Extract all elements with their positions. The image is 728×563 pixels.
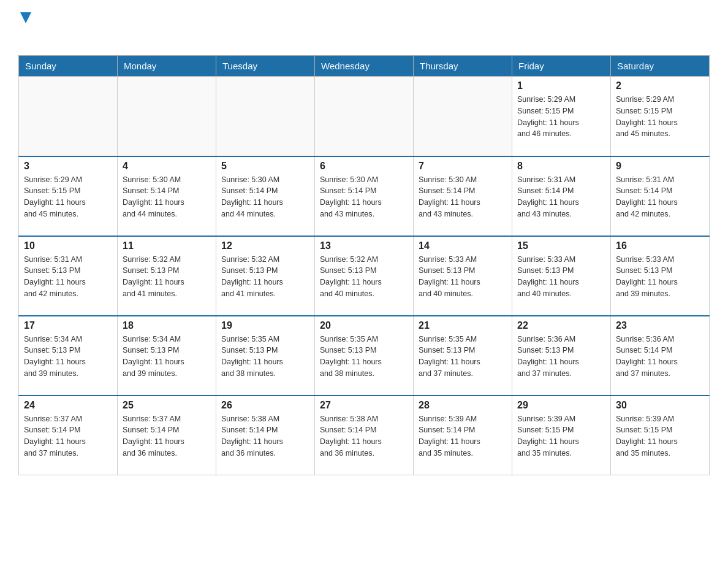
day-number: 20 bbox=[320, 320, 408, 331]
weekday-header-tuesday: Tuesday bbox=[216, 56, 315, 77]
day-number: 6 bbox=[320, 161, 408, 172]
calendar-cell: 21Sunrise: 5:35 AM Sunset: 5:13 PM Dayli… bbox=[414, 316, 512, 396]
day-info: Sunrise: 5:30 AM Sunset: 5:14 PM Dayligh… bbox=[320, 174, 408, 220]
day-number: 28 bbox=[419, 400, 507, 411]
calendar-week-row: 3Sunrise: 5:29 AM Sunset: 5:15 PM Daylig… bbox=[19, 156, 710, 236]
day-number: 4 bbox=[123, 161, 211, 172]
day-info: Sunrise: 5:30 AM Sunset: 5:14 PM Dayligh… bbox=[419, 174, 507, 220]
calendar-week-row: 17Sunrise: 5:34 AM Sunset: 5:13 PM Dayli… bbox=[19, 316, 710, 396]
day-info: Sunrise: 5:38 AM Sunset: 5:14 PM Dayligh… bbox=[221, 413, 309, 459]
day-info: Sunrise: 5:30 AM Sunset: 5:14 PM Dayligh… bbox=[123, 174, 211, 220]
calendar-cell bbox=[315, 77, 414, 156]
day-number: 9 bbox=[616, 161, 704, 172]
calendar-cell: 13Sunrise: 5:32 AM Sunset: 5:13 PM Dayli… bbox=[315, 236, 414, 316]
day-info: Sunrise: 5:35 AM Sunset: 5:13 PM Dayligh… bbox=[320, 334, 408, 380]
calendar-cell: 7Sunrise: 5:30 AM Sunset: 5:14 PM Daylig… bbox=[414, 156, 512, 236]
day-number: 23 bbox=[616, 320, 704, 331]
calendar-cell: 30Sunrise: 5:39 AM Sunset: 5:15 PM Dayli… bbox=[611, 396, 710, 475]
day-number: 21 bbox=[419, 320, 507, 331]
day-number: 15 bbox=[517, 240, 605, 251]
day-number: 11 bbox=[123, 240, 211, 251]
day-number: 17 bbox=[24, 320, 112, 331]
calendar-cell: 5Sunrise: 5:30 AM Sunset: 5:14 PM Daylig… bbox=[216, 156, 315, 236]
calendar-week-row: 24Sunrise: 5:37 AM Sunset: 5:14 PM Dayli… bbox=[19, 396, 710, 475]
calendar-cell: 14Sunrise: 5:33 AM Sunset: 5:13 PM Dayli… bbox=[414, 236, 512, 316]
day-info: Sunrise: 5:39 AM Sunset: 5:15 PM Dayligh… bbox=[517, 413, 605, 459]
calendar-cell bbox=[118, 77, 216, 156]
calendar-week-row: 10Sunrise: 5:31 AM Sunset: 5:13 PM Dayli… bbox=[19, 236, 710, 316]
calendar-cell: 29Sunrise: 5:39 AM Sunset: 5:15 PM Dayli… bbox=[512, 396, 611, 475]
day-number: 2 bbox=[616, 80, 704, 91]
day-number: 7 bbox=[419, 161, 507, 172]
day-info: Sunrise: 5:31 AM Sunset: 5:13 PM Dayligh… bbox=[24, 254, 112, 300]
day-number: 26 bbox=[221, 400, 309, 411]
day-number: 25 bbox=[123, 400, 211, 411]
day-info: Sunrise: 5:32 AM Sunset: 5:13 PM Dayligh… bbox=[123, 254, 211, 300]
day-info: Sunrise: 5:29 AM Sunset: 5:15 PM Dayligh… bbox=[616, 94, 704, 140]
calendar-cell bbox=[414, 77, 512, 156]
day-number: 13 bbox=[320, 240, 408, 251]
day-number: 1 bbox=[517, 80, 605, 91]
calendar-cell: 18Sunrise: 5:34 AM Sunset: 5:13 PM Dayli… bbox=[118, 316, 216, 396]
day-info: Sunrise: 5:36 AM Sunset: 5:14 PM Dayligh… bbox=[616, 334, 704, 380]
calendar-cell: 3Sunrise: 5:29 AM Sunset: 5:15 PM Daylig… bbox=[19, 156, 118, 236]
calendar-cell: 26Sunrise: 5:38 AM Sunset: 5:14 PM Dayli… bbox=[216, 396, 315, 475]
calendar-cell: 12Sunrise: 5:32 AM Sunset: 5:13 PM Dayli… bbox=[216, 236, 315, 316]
calendar-cell: 28Sunrise: 5:39 AM Sunset: 5:14 PM Dayli… bbox=[414, 396, 512, 475]
day-number: 30 bbox=[616, 400, 704, 411]
day-info: Sunrise: 5:30 AM Sunset: 5:14 PM Dayligh… bbox=[221, 174, 309, 220]
day-number: 24 bbox=[24, 400, 112, 411]
calendar-cell: 27Sunrise: 5:38 AM Sunset: 5:14 PM Dayli… bbox=[315, 396, 414, 475]
svg-marker-0 bbox=[20, 12, 31, 23]
day-number: 19 bbox=[221, 320, 309, 331]
calendar-cell: 24Sunrise: 5:37 AM Sunset: 5:14 PM Dayli… bbox=[19, 396, 118, 475]
calendar-cell: 20Sunrise: 5:35 AM Sunset: 5:13 PM Dayli… bbox=[315, 316, 414, 396]
day-number: 16 bbox=[616, 240, 704, 251]
day-info: Sunrise: 5:29 AM Sunset: 5:15 PM Dayligh… bbox=[24, 174, 112, 220]
weekday-header-monday: Monday bbox=[118, 56, 216, 77]
calendar-cell: 25Sunrise: 5:37 AM Sunset: 5:14 PM Dayli… bbox=[118, 396, 216, 475]
day-info: Sunrise: 5:35 AM Sunset: 5:13 PM Dayligh… bbox=[221, 334, 309, 380]
calendar-cell: 4Sunrise: 5:30 AM Sunset: 5:14 PM Daylig… bbox=[118, 156, 216, 236]
day-info: Sunrise: 5:31 AM Sunset: 5:14 PM Dayligh… bbox=[517, 174, 605, 220]
day-number: 29 bbox=[517, 400, 605, 411]
calendar-cell: 19Sunrise: 5:35 AM Sunset: 5:13 PM Dayli… bbox=[216, 316, 315, 396]
calendar-cell: 15Sunrise: 5:33 AM Sunset: 5:13 PM Dayli… bbox=[512, 236, 611, 316]
day-info: Sunrise: 5:33 AM Sunset: 5:13 PM Dayligh… bbox=[517, 254, 605, 300]
logo bbox=[18, 12, 31, 44]
day-info: Sunrise: 5:36 AM Sunset: 5:13 PM Dayligh… bbox=[517, 334, 605, 380]
calendar-cell bbox=[216, 77, 315, 156]
day-number: 10 bbox=[24, 240, 112, 251]
weekday-header-thursday: Thursday bbox=[414, 56, 512, 77]
day-info: Sunrise: 5:37 AM Sunset: 5:14 PM Dayligh… bbox=[24, 413, 112, 459]
calendar-cell: 22Sunrise: 5:36 AM Sunset: 5:13 PM Dayli… bbox=[512, 316, 611, 396]
calendar-cell: 23Sunrise: 5:36 AM Sunset: 5:14 PM Dayli… bbox=[611, 316, 710, 396]
day-info: Sunrise: 5:37 AM Sunset: 5:14 PM Dayligh… bbox=[123, 413, 211, 459]
calendar-cell: 6Sunrise: 5:30 AM Sunset: 5:14 PM Daylig… bbox=[315, 156, 414, 236]
weekday-header-sunday: Sunday bbox=[19, 56, 118, 77]
calendar-cell: 8Sunrise: 5:31 AM Sunset: 5:14 PM Daylig… bbox=[512, 156, 611, 236]
day-number: 8 bbox=[517, 161, 605, 172]
day-info: Sunrise: 5:33 AM Sunset: 5:13 PM Dayligh… bbox=[419, 254, 507, 300]
day-info: Sunrise: 5:32 AM Sunset: 5:13 PM Dayligh… bbox=[221, 254, 309, 300]
day-info: Sunrise: 5:35 AM Sunset: 5:13 PM Dayligh… bbox=[419, 334, 507, 380]
calendar-week-row: 1Sunrise: 5:29 AM Sunset: 5:15 PM Daylig… bbox=[19, 77, 710, 156]
day-info: Sunrise: 5:39 AM Sunset: 5:15 PM Dayligh… bbox=[616, 413, 704, 459]
day-number: 27 bbox=[320, 400, 408, 411]
calendar-cell bbox=[19, 77, 118, 156]
calendar-cell: 17Sunrise: 5:34 AM Sunset: 5:13 PM Dayli… bbox=[19, 316, 118, 396]
weekday-header-wednesday: Wednesday bbox=[315, 56, 414, 77]
day-info: Sunrise: 5:29 AM Sunset: 5:15 PM Dayligh… bbox=[517, 94, 605, 140]
day-info: Sunrise: 5:38 AM Sunset: 5:14 PM Dayligh… bbox=[320, 413, 408, 459]
weekday-header-friday: Friday bbox=[512, 56, 611, 77]
day-info: Sunrise: 5:34 AM Sunset: 5:13 PM Dayligh… bbox=[123, 334, 211, 380]
page-header bbox=[18, 12, 710, 44]
day-number: 22 bbox=[517, 320, 605, 331]
day-info: Sunrise: 5:31 AM Sunset: 5:14 PM Dayligh… bbox=[616, 174, 704, 220]
calendar-cell: 11Sunrise: 5:32 AM Sunset: 5:13 PM Dayli… bbox=[118, 236, 216, 316]
calendar-cell: 9Sunrise: 5:31 AM Sunset: 5:14 PM Daylig… bbox=[611, 156, 710, 236]
calendar-cell: 1Sunrise: 5:29 AM Sunset: 5:15 PM Daylig… bbox=[512, 77, 611, 156]
logo-arrow-icon bbox=[20, 12, 31, 26]
day-info: Sunrise: 5:39 AM Sunset: 5:14 PM Dayligh… bbox=[419, 413, 507, 459]
day-number: 12 bbox=[221, 240, 309, 251]
